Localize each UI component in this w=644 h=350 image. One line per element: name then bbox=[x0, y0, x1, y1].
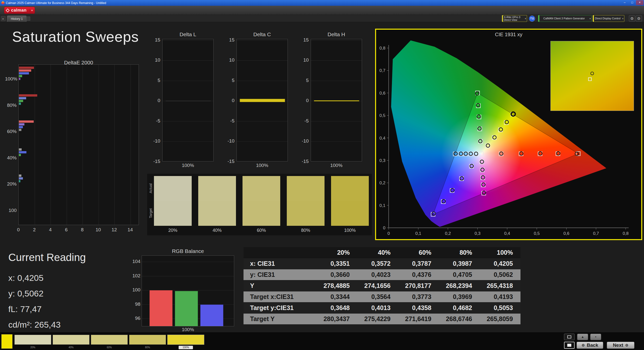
deltae-bar bbox=[19, 94, 37, 97]
deltae-group-label: 80% bbox=[5, 103, 17, 108]
tab-history-1[interactable]: History 1 bbox=[7, 16, 26, 22]
cie-1931-chart[interactable]: 00,10,20,30,40,50,60,70,800,10,20,30,40,… bbox=[375, 29, 642, 240]
tab-scroll-button[interactable] bbox=[26, 17, 30, 21]
meter-select-button[interactable]: X-Rite i1Pro 3 Direct View ▾ bbox=[502, 15, 527, 22]
settings-gear-icon[interactable]: ⚙ bbox=[629, 15, 635, 22]
table-value-cell: 0,3969 bbox=[439, 293, 480, 300]
pattern-window-button[interactable] bbox=[564, 334, 575, 340]
deltae-bar bbox=[19, 126, 23, 128]
delta-h-title: Delta H bbox=[311, 31, 362, 37]
pattern-options-button[interactable]: ▪ bbox=[590, 334, 601, 340]
deltae-gridline bbox=[131, 65, 131, 225]
current-reading-title: Current Reading bbox=[8, 251, 124, 264]
cie-measured-marker-red bbox=[500, 152, 503, 155]
pattern-thumb-60%[interactable] bbox=[91, 335, 128, 345]
rgb-y-tick: 104 bbox=[131, 259, 140, 264]
panel-toggle-icon[interactable]: ▸ bbox=[1, 16, 6, 21]
chevron-down-icon: ▾ bbox=[621, 17, 624, 20]
pattern-thumb-80%[interactable] bbox=[129, 335, 166, 345]
table-row: Target y:CIE310,36480,40130,43580,46820,… bbox=[244, 302, 520, 314]
swatch-column-label: 80% bbox=[287, 228, 325, 233]
deltae-2000-chart[interactable]: DeltaE 2000 02468101214100%80%60%40%20%1… bbox=[5, 59, 146, 235]
pattern-thumb-20%[interactable] bbox=[14, 335, 51, 345]
page-title: Saturation Sweeps bbox=[12, 28, 139, 45]
deltae-bar bbox=[19, 103, 21, 105]
current-reading-line: fL: 77,47 bbox=[8, 301, 124, 317]
current-pattern-swatch bbox=[1, 334, 13, 349]
next-button[interactable]: Next ⚙ bbox=[607, 342, 634, 349]
dh-y-tick: -10 bbox=[296, 138, 309, 144]
pattern-thumb-40%[interactable] bbox=[53, 335, 90, 345]
dc-gridline bbox=[237, 121, 288, 121]
dc-y-tick: -15 bbox=[221, 159, 234, 164]
table-value-cell: 0,5053 bbox=[480, 304, 520, 312]
dl-gridline bbox=[163, 60, 213, 61]
maximize-button[interactable]: □ bbox=[628, 0, 636, 5]
rgb-balance-plot-area bbox=[142, 255, 234, 326]
rgb-bar-red bbox=[149, 290, 173, 326]
dl-gridline bbox=[163, 121, 213, 121]
table-row-label: Target y:CIE31 bbox=[244, 304, 316, 312]
deltae-bar bbox=[19, 97, 26, 99]
dh-y-tick: 0 bbox=[296, 98, 309, 103]
cie-measured-marker-magenta bbox=[480, 160, 484, 163]
workspace-gear-icon[interactable]: ⚙ bbox=[636, 15, 642, 22]
delta-c-plot-area bbox=[236, 39, 288, 161]
cie-x-tick-label: 0,2 bbox=[445, 231, 451, 236]
dc-y-tick: 0 bbox=[221, 98, 234, 103]
back-button[interactable]: ⚙ Back bbox=[577, 342, 603, 349]
pattern-thumb-label: 20% bbox=[26, 346, 40, 349]
push-pattern-button[interactable]: ▲ bbox=[577, 334, 588, 340]
dl-y-tick: 0 bbox=[147, 98, 160, 103]
dl-gridline bbox=[163, 81, 213, 81]
table-row-label: Y bbox=[244, 282, 316, 289]
cie-measured-marker-magenta bbox=[481, 176, 485, 179]
deltae-bar bbox=[19, 100, 23, 102]
deltae-bar bbox=[19, 177, 23, 180]
pattern-source-button[interactable]: CalMAN Client 3 Pattern Generator ▾ bbox=[538, 15, 592, 22]
table-value-cell: 0,4358 bbox=[398, 304, 439, 312]
dl-gridline bbox=[163, 40, 213, 40]
cie-x-tick-label: 0 bbox=[387, 231, 390, 236]
rgb-balance-chart[interactable]: RGB Balance 100% 1041021009896 bbox=[131, 248, 239, 333]
table-row-label: Target Y bbox=[244, 315, 316, 323]
dh-gridline bbox=[311, 40, 362, 40]
table-header-cell: 40% bbox=[357, 249, 398, 256]
deltae-bar bbox=[19, 120, 34, 123]
table-row-label: Target x:CIE31 bbox=[244, 293, 316, 300]
active-pattern-button[interactable] bbox=[564, 342, 575, 349]
rgb-balance-x-label: 100% bbox=[142, 327, 234, 332]
close-button[interactable]: × bbox=[636, 0, 643, 5]
deltae-x-tick: 6 bbox=[60, 227, 73, 233]
rgb-bar-green bbox=[175, 291, 198, 326]
cie-measured-marker-blue bbox=[470, 164, 473, 168]
delta-h-chart[interactable]: Delta H 100% 151050-5-10-15 bbox=[296, 31, 366, 172]
dh-bar bbox=[314, 100, 359, 102]
dc-gridline bbox=[237, 60, 288, 61]
minimize-button[interactable]: – bbox=[621, 0, 628, 5]
pattern-thumb-100%[interactable] bbox=[167, 335, 204, 345]
deltae-bar bbox=[19, 67, 34, 69]
delta-c-chart[interactable]: Delta C 100% 151050-5-10-15 bbox=[221, 31, 292, 172]
dh-y-tick: 10 bbox=[296, 57, 309, 63]
pattern-thumb-label: 100% bbox=[179, 346, 193, 349]
table-row: y: CIE310,36600,40230,43760,47050,5062 bbox=[244, 269, 520, 280]
table-value-cell: 268,2394 bbox=[439, 282, 480, 289]
table-row: Target x:CIE310,33440,35640,37730,39690,… bbox=[244, 291, 520, 302]
display-control-button[interactable]: Direct Display Control ▾ bbox=[593, 15, 624, 22]
pattern-window-icon bbox=[567, 335, 571, 338]
calman-menu-button[interactable]: calman ▾ bbox=[4, 7, 35, 14]
table-header-cell: 80% bbox=[439, 249, 480, 256]
dh-gridline bbox=[311, 141, 362, 142]
app-icon bbox=[1, 1, 5, 5]
pattern-strip: ▲ ▪ ⚙ Back Next ⚙ 20%40%60%80%100% bbox=[0, 332, 644, 350]
table-value-cell: 0,4193 bbox=[480, 293, 520, 300]
pattern-thumb-label: 80% bbox=[140, 346, 155, 349]
deltae-gridline bbox=[67, 65, 67, 225]
cie-x-tick-label: 0,8 bbox=[623, 231, 629, 236]
current-reading-values: x: 0,4205y: 0,5062fL: 77,47cd/m²: 265,43 bbox=[8, 270, 124, 332]
delta-l-chart[interactable]: Delta L 100% 151050-5-10-15 bbox=[147, 31, 218, 172]
deltae-group-label: 60% bbox=[5, 129, 17, 134]
dc-y-tick: -5 bbox=[221, 118, 234, 124]
small-square-icon: ▪ bbox=[595, 335, 596, 339]
